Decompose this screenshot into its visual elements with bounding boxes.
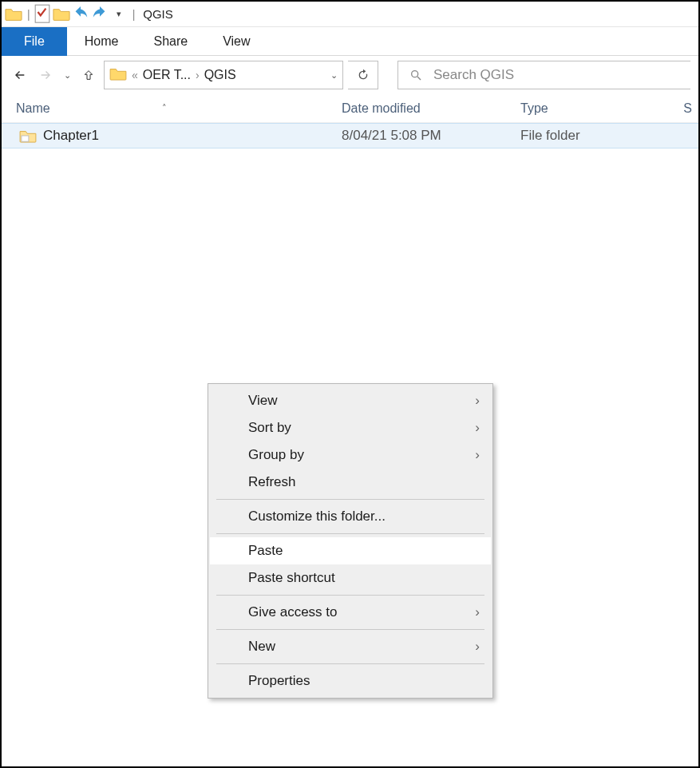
menu-label: New [248, 639, 275, 655]
menu-customize-folder[interactable]: Customize this folder... [210, 503, 491, 530]
search-icon [409, 69, 422, 81]
search-placeholder: Search QGIS [433, 67, 514, 83]
separator: | [27, 8, 30, 21]
column-size[interactable]: S [683, 101, 692, 116]
menu-label: Paste [248, 543, 283, 559]
recent-locations-button[interactable]: ⌄ [61, 65, 73, 85]
menu-label: Give access to [248, 604, 338, 620]
menu-label: Group by [248, 447, 304, 463]
menu-refresh[interactable]: Refresh [210, 469, 491, 496]
forward-button[interactable] [35, 65, 56, 85]
back-button[interactable] [10, 65, 30, 85]
search-input[interactable]: Search QGIS [397, 61, 690, 89]
svg-line-2 [417, 77, 421, 80]
properties-icon[interactable] [34, 6, 51, 23]
undo-icon[interactable] [72, 6, 89, 23]
tab-home[interactable]: Home [67, 27, 136, 56]
breadcrumb-overflow-icon[interactable]: « [132, 69, 138, 81]
menu-separator [216, 499, 484, 500]
folder-icon [5, 6, 22, 23]
menu-label: Properties [248, 673, 310, 689]
menu-label: Paste shortcut [248, 570, 335, 586]
list-item[interactable]: Chapter1 8/04/21 5:08 PM File folder [2, 123, 698, 148]
breadcrumb-segment[interactable]: QGIS [204, 68, 236, 82]
item-type: File folder [520, 128, 692, 144]
column-name[interactable]: Name [16, 101, 50, 116]
column-date-modified[interactable]: Date modified [342, 101, 520, 116]
nav-bar: ⌄ « OER T... › QGIS ⌄ Search QGIS [2, 56, 698, 94]
chevron-right-icon: › [475, 447, 480, 463]
chevron-right-icon: › [475, 393, 480, 409]
up-button[interactable] [78, 65, 99, 85]
menu-new[interactable]: New › [210, 633, 491, 660]
qat-customize-icon[interactable]: ▾ [110, 6, 128, 23]
tab-file[interactable]: File [2, 27, 67, 56]
menu-separator [216, 533, 484, 534]
menu-separator [216, 595, 484, 596]
item-name: Chapter1 [43, 128, 99, 144]
tab-share[interactable]: Share [136, 27, 205, 56]
menu-separator [216, 629, 484, 630]
folder-icon [109, 66, 127, 84]
menu-label: Refresh [248, 474, 296, 490]
new-folder-icon[interactable] [53, 6, 70, 23]
menu-group-by[interactable]: Group by › [210, 441, 491, 469]
menu-separator [216, 663, 484, 664]
context-menu: View › Sort by › Group by › Refresh Cust… [208, 383, 493, 699]
menu-label: Sort by [248, 420, 291, 436]
redo-icon[interactable] [91, 6, 109, 23]
separator: | [132, 8, 136, 21]
svg-rect-3 [22, 136, 29, 141]
column-headers: Name ˄ Date modified Type S [2, 94, 698, 123]
window-title: QGIS [143, 7, 173, 21]
menu-properties[interactable]: Properties [210, 667, 491, 695]
chevron-right-icon: › [475, 420, 480, 436]
refresh-button[interactable] [348, 61, 378, 89]
address-bar[interactable]: « OER T... › QGIS ⌄ [104, 61, 343, 89]
chevron-right-icon[interactable]: › [196, 69, 200, 81]
breadcrumb-segment[interactable]: OER T... [143, 68, 191, 82]
column-type[interactable]: Type [520, 101, 683, 116]
menu-sort-by[interactable]: Sort by › [210, 414, 491, 441]
title-bar: | ▾ | QGIS [2, 2, 698, 27]
menu-paste-shortcut[interactable]: Paste shortcut [210, 564, 491, 592]
item-date: 8/04/21 5:08 PM [342, 128, 520, 144]
chevron-right-icon: › [475, 639, 480, 655]
ribbon-tabs: File Home Share View [2, 27, 698, 56]
menu-view[interactable]: View › [210, 387, 491, 414]
menu-label: Customize this folder... [248, 509, 386, 525]
sort-indicator-icon: ˄ [162, 103, 167, 113]
svg-point-1 [412, 71, 418, 77]
tab-view[interactable]: View [205, 27, 267, 56]
menu-label: View [248, 393, 278, 409]
folder-icon [19, 129, 37, 143]
chevron-right-icon: › [475, 604, 480, 620]
address-dropdown-icon[interactable]: ⌄ [330, 70, 338, 81]
menu-give-access-to[interactable]: Give access to › [210, 599, 491, 626]
menu-paste[interactable]: Paste [210, 537, 491, 564]
